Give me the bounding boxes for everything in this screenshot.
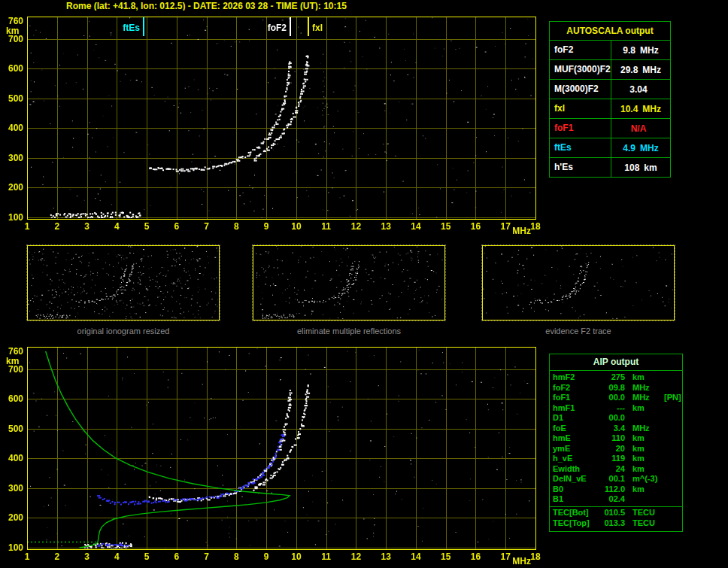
aip-output-panel: AIP output hmF2275km foF209.8MHz foF100.… [549,354,683,532]
autoscala-row-hes: h'Es 108km [550,158,670,177]
autoscala-value: 10.4 [620,104,638,114]
autoscala-label: ftEs [550,138,611,157]
aip-row-fof1: foF100.0MHz[PN] [550,393,682,403]
aip-row-ewidth: Ewidth24km [550,464,682,475]
autoscala-label: fxl [550,99,611,118]
thumbnail-f2-trace [481,245,675,321]
thumbnail-caption-f2: evidence F2 trace [481,327,675,336]
aip-row-hmf2: hmF2275km [550,372,682,383]
aip-row-tec-bot: TEC[Bot]010.5TECU [550,506,682,519]
autoscala-label: foF2 [550,41,611,59]
autoscala-panel-header: AUTOSCALA output [550,22,670,41]
autoscala-value: 3.04 [629,84,647,95]
aip-row-hve: h_vE119km [550,454,682,464]
thumbnail-filtered-ionogram [252,245,446,321]
aip-row-d1: D100.0 [550,413,682,424]
autoscala-row-m3000f2: M(3000)F2 3.04 [550,80,670,99]
aip-row-b0: B0112.0km [550,484,682,495]
autoscala-unit: MHz [640,143,659,153]
autoscala-label: M(3000)F2 [550,80,611,99]
aip-row-hme: hmE110km [550,433,682,444]
autoscala-row-muf3000f2: MUF(3000)F2 29.8MHz [550,60,670,80]
autoscala-row-fof1: foF1 N/A [550,119,670,138]
autoscala-output-panel: AUTOSCALA output foF2 9.8MHz MUF(3000)F2… [549,21,671,178]
autoscala-row-ftes: ftEs 4.9MHz [550,138,670,158]
autoscala-label: h'Es [550,158,611,177]
autoscala-window: Rome (lat: +41.8, lon: 012.5) - DATE: 20… [0,0,728,568]
aip-row-yme: ymE20km [550,444,682,454]
autoscala-row-fof2: foF2 9.8MHz [550,41,670,60]
autoscala-value: N/A [631,123,647,134]
autoscala-unit: MHz [642,65,661,75]
aip-row-delnve: DelN_vE00.1m^(-3) [550,474,682,484]
aip-row-hmf1: hmF1---km [550,403,682,414]
autoscala-value: 108 [624,163,639,173]
aip-panel-header: AIP output [550,354,682,371]
autoscala-unit: MHz [640,45,659,56]
thumbnail-caption-filtered: eliminate multiple reflections [252,327,446,336]
autoscala-value: 29.8 [620,65,638,75]
aip-row-foe: foE3.4MHz [550,424,682,434]
aip-row-fof2: foF209.8MHz [550,383,682,393]
autoscala-label: MUF(3000)F2 [550,60,611,79]
top-ionogram-chart [0,11,548,241]
window-title: Rome (lat: +41.8, lon: 012.5) - DATE: 20… [66,1,347,11]
aip-row-b1: B102.4 [550,494,682,505]
autoscala-row-fxl: fxl 10.4MHz [550,99,670,119]
thumbnail-original-ionogram [26,245,220,321]
autoscala-value: 9.8 [623,45,635,56]
autoscala-value: 4.9 [623,143,635,153]
autoscala-unit: km [644,163,657,173]
autoscala-unit: MHz [642,104,661,114]
aip-row-tec-top: TEC[Top]013.3TECU [550,518,682,529]
bottom-ionogram-profile-chart [0,340,548,568]
thumbnail-caption-original: original ionogram resized [26,327,220,336]
autoscala-label: foF1 [550,119,611,138]
